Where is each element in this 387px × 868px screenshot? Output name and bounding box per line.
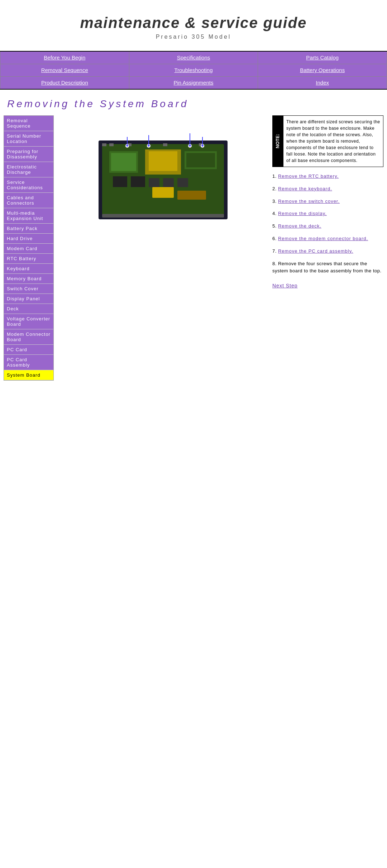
- nav-cell: Before You Begin: [0, 51, 129, 64]
- diagram-area: [57, 115, 269, 381]
- sidebar-link[interactable]: Voltage Converter Board: [4, 314, 53, 329]
- svg-rect-14: [109, 143, 114, 146]
- sidebar-link[interactable]: Cables and Connectors: [4, 193, 53, 208]
- nav-link[interactable]: Pin Assignments: [174, 80, 214, 86]
- nav-cell: Troubleshooting: [129, 64, 258, 77]
- nav-cell: Specifications: [129, 51, 258, 64]
- step-item: 4. Remove the display.: [272, 210, 383, 218]
- step-item: 3. Remove the switch cover.: [272, 198, 383, 205]
- sidebar-link[interactable]: RTC Battery: [4, 254, 53, 264]
- step-item: 2. Remove the keyboard.: [272, 185, 383, 193]
- page-header: maintenance & service guide Presario 305…: [0, 0, 387, 44]
- step-link[interactable]: Remove the deck.: [278, 223, 321, 229]
- nav-cell: Removal Sequence: [0, 64, 129, 77]
- sidebar-link[interactable]: Serial Number Location: [4, 131, 53, 147]
- navigation-table: Before You BeginSpecificationsParts Cata…: [0, 51, 387, 90]
- sidebar-link[interactable]: Display Panel: [4, 294, 53, 304]
- sidebar-link[interactable]: Modem Connector Board: [4, 329, 53, 345]
- sidebar-link[interactable]: Service Considerations: [4, 177, 53, 193]
- svg-rect-12: [177, 178, 188, 187]
- sidebar-link[interactable]: Memory Board: [4, 274, 53, 284]
- note-label: NOTE:: [272, 115, 283, 167]
- note-box: NOTE: There are different sized screws s…: [272, 115, 383, 167]
- nav-link[interactable]: Product Description: [41, 80, 88, 86]
- step-link[interactable]: Remove the PC card assembly.: [278, 248, 353, 254]
- nav-link[interactable]: Parts Catalog: [306, 54, 339, 61]
- system-board-diagram: [91, 119, 235, 226]
- sidebar-link[interactable]: Modem Card: [4, 244, 53, 254]
- svg-rect-13: [102, 143, 106, 146]
- step-item: 7. Remove the PC card assembly.: [272, 248, 383, 255]
- svg-rect-3: [111, 153, 136, 171]
- nav-link[interactable]: Specifications: [177, 54, 210, 61]
- nav-link[interactable]: Before You Begin: [44, 54, 85, 61]
- step-link[interactable]: Remove the keyboard.: [278, 186, 332, 191]
- sidebar-link[interactable]: Keyboard: [4, 264, 53, 274]
- svg-rect-32: [102, 214, 224, 218]
- svg-rect-9: [131, 176, 145, 187]
- svg-rect-16: [163, 143, 167, 146]
- nav-cell: Parts Catalog: [258, 51, 387, 64]
- step-item: 8. Remove the four screws that secure th…: [272, 260, 383, 275]
- nav-link[interactable]: Battery Operations: [300, 67, 345, 73]
- svg-rect-31: [177, 191, 206, 200]
- sidebar-link[interactable]: Battery Pack: [4, 224, 53, 234]
- step-link[interactable]: Remove the switch cover.: [278, 199, 340, 204]
- nav-link[interactable]: Index: [316, 80, 329, 86]
- sidebar-link[interactable]: Removal Sequence: [4, 116, 53, 131]
- sidebar-link[interactable]: System Board: [4, 370, 53, 380]
- step-link[interactable]: Remove the modem connector board.: [278, 236, 368, 241]
- step-item: 5. Remove the deck.: [272, 223, 383, 230]
- sidebar-link[interactable]: PC Card Assembly: [4, 355, 53, 370]
- nav-cell: Index: [258, 77, 387, 90]
- svg-rect-30: [152, 187, 174, 198]
- nav-link[interactable]: Troubleshooting: [174, 67, 212, 73]
- sidebar-link[interactable]: Preparing for Disassembly: [4, 147, 53, 162]
- nav-link[interactable]: Removal Sequence: [41, 67, 88, 73]
- svg-rect-11: [163, 178, 174, 187]
- sidebar-link[interactable]: PC Card: [4, 345, 53, 355]
- subtitle: Presario 305 Model: [7, 34, 380, 40]
- main-title: maintenance & service guide: [7, 14, 380, 32]
- svg-rect-7: [186, 153, 215, 167]
- sidebar-link[interactable]: Deck: [4, 304, 53, 314]
- sidebar-link[interactable]: Switch Cover: [4, 284, 53, 294]
- svg-rect-10: [149, 178, 159, 187]
- nav-cell: Pin Assignments: [129, 77, 258, 90]
- sidebar-link[interactable]: Multi-media Expansion Unit: [4, 208, 53, 224]
- steps-list: 1. Remove the RTC battery.2. Remove the …: [272, 173, 383, 275]
- svg-rect-8: [113, 176, 127, 187]
- sidebar: Removal SequenceSerial Number LocationPr…: [4, 115, 54, 381]
- page-title: Removing the System Board: [7, 98, 380, 110]
- next-step-link[interactable]: Next Step: [272, 282, 383, 290]
- nav-cell: Battery Operations: [258, 64, 387, 77]
- right-panel: NOTE: There are different sized screws s…: [272, 115, 383, 381]
- sidebar-link[interactable]: Hard Drive: [4, 234, 53, 244]
- step-link[interactable]: Remove the display.: [278, 211, 327, 216]
- main-content: Removal SequenceSerial Number LocationPr…: [0, 115, 387, 381]
- nav-cell: Product Description: [0, 77, 129, 90]
- step-item: 1. Remove the RTC battery.: [272, 173, 383, 180]
- step-link[interactable]: Remove the RTC battery.: [278, 173, 339, 179]
- sidebar-link[interactable]: Electrostatic Discharge: [4, 162, 53, 177]
- svg-rect-5: [149, 151, 177, 171]
- step-item: 6. Remove the modem connector board.: [272, 235, 383, 243]
- note-text: There are different sized screws securin…: [283, 115, 383, 167]
